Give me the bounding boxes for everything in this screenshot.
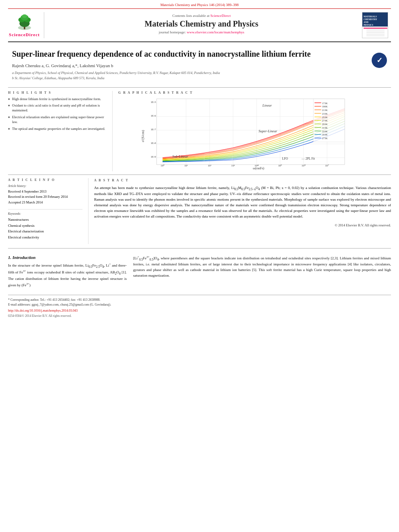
doi-link-anchor[interactable]: http://dx.doi.org/10.1016/j.matchemphys.… <box>8 309 78 312</box>
introduction-section: 1. Introduction In the structure of the … <box>8 253 391 291</box>
graphical-abstract-label: G R A P H I C A L A B S T R A C T <box>118 91 391 94</box>
svg-text:1E-5: 1E-5 <box>150 100 156 103</box>
affiliation-a: a Department of Physics, School of Physi… <box>12 70 368 76</box>
intro-left-text: In the structure of the inverse spinel l… <box>8 262 127 288</box>
journal-header: ScienceDirect Contents lists available a… <box>8 9 391 42</box>
svg-text:273K: 273K <box>322 137 327 140</box>
graphical-abstract-section: G R A P H I C A L A B S T R A C T σ'(S/c… <box>113 91 391 171</box>
intro-right-text: [Li+0.5Fe3+0.5]O4, where parentheses and… <box>133 255 391 279</box>
svg-text:10⁰: 10⁰ <box>160 164 165 167</box>
svg-text:293K: 293K <box>322 123 327 125</box>
svg-text:2PL Fit: 2PL Fit <box>306 156 315 160</box>
exhibited-word: exhibited <box>151 209 165 213</box>
sciencedirect-link[interactable]: ScienceDirect <box>210 14 230 18</box>
svg-text:σ'(S/cm): σ'(S/cm) <box>141 130 145 142</box>
keyword-1: Nanostructures <box>8 217 82 222</box>
svg-rect-13 <box>364 28 387 29</box>
journal-homepage: journal homepage: www.elsevier.com/locat… <box>52 30 351 34</box>
svg-text:MATERIALS: MATERIALS <box>364 15 377 18</box>
intro-heading: 1. Introduction <box>8 255 127 260</box>
journal-logo-box: MATERIALSCHEMISTRYANDPHYSICS MATERIALS C… <box>362 12 388 38</box>
journal-citation-link[interactable]: Materials Chemistry and Physics 146 (201… <box>160 3 239 7</box>
svg-text:1E-7: 1E-7 <box>150 127 156 130</box>
journal-citation: Materials Chemistry and Physics 146 (201… <box>8 0 391 9</box>
highlights-label: H I G H L I G H T S <box>8 91 107 94</box>
affiliation-b: b St. Aloysius' College, Edathua, Alappu… <box>12 76 368 81</box>
svg-text:1E-6: 1E-6 <box>150 114 156 117</box>
highlight-item-3: Electrical relaxation studies are explai… <box>8 115 107 125</box>
keywords-list: Nanostructures Chemical synthesis Electr… <box>8 217 82 240</box>
elsevier-tree-icon <box>12 13 37 31</box>
svg-text:253K: 253K <box>322 115 327 118</box>
article-history-title: Article history: <box>8 184 82 188</box>
authors-line: Rajesh Cheruku a, G. Govindaraj a,*, Lak… <box>12 63 368 68</box>
journal-title: Materials Chemistry and Physics <box>52 19 351 29</box>
intro-left-col: 1. Introduction In the structure of the … <box>8 255 127 288</box>
article-title-section: Super-linear frequency dependence of ac … <box>12 49 387 84</box>
svg-point-6 <box>22 14 27 18</box>
svg-text:—: — <box>301 156 305 160</box>
svg-text:PHYSICS: PHYSICS <box>364 24 373 26</box>
highlight-item-4: The optical and magnetic properties of t… <box>8 127 107 131</box>
journal-center: Contents lists available at ScienceDirec… <box>44 12 359 38</box>
article-info-section: A R T I C L E I N F O Article history: R… <box>8 178 88 244</box>
sciencedirect-text: Contents lists available at ScienceDirec… <box>52 14 351 18</box>
svg-text:353K: 353K <box>322 133 327 136</box>
svg-text:CHEMISTRY: CHEMISTRY <box>364 18 377 21</box>
highlight-item-2: Oxidant to citric acid ratio is fixed at… <box>8 103 107 113</box>
article-title: Super-linear frequency dependence of ac … <box>12 49 368 59</box>
svg-text:173K: 173K <box>322 101 327 104</box>
journal-logo-right: MATERIALSCHEMISTRYANDPHYSICS MATERIALS C… <box>359 12 391 38</box>
abstract-label: A B S T R A C T <box>94 178 391 183</box>
revised-date: Received in revised form 20 February 201… <box>8 194 82 200</box>
highlight-item-1: High dense lithium ferrite is synthesize… <box>8 97 107 102</box>
keyword-4: Electrical conductivity <box>8 234 82 240</box>
svg-text:1E-8: 1E-8 <box>150 141 156 144</box>
svg-text:273K: 273K <box>322 119 327 122</box>
section-divider <box>8 248 391 249</box>
article-history-block: Article history: Received 4 September 20… <box>8 184 82 205</box>
homepage-link[interactable]: www.elsevier.com/locate/matchemphys <box>187 30 244 34</box>
received-date: Received 4 September 2013 <box>8 189 82 195</box>
svg-text:313K: 313K <box>322 126 327 129</box>
svg-text:Super-Linear: Super-Linear <box>259 129 278 133</box>
journal-logo-icon: MATERIALS CHEMISTRY AND PHYSICS <box>362 12 388 38</box>
highlights-graphical-section: H I G H L I G H T S High dense lithium f… <box>8 87 391 171</box>
svg-text:190K: 190K <box>322 105 327 108</box>
highlights-section: H I G H L I G H T S High dense lithium f… <box>8 91 113 171</box>
intro-right-col: [Li+0.5Fe3+0.5]O4, where parentheses and… <box>133 255 391 288</box>
issn-copyright: 0254-0584/© 2014 Elsevier B.V. All right… <box>8 314 391 318</box>
article-info-label: A R T I C L E I N F O <box>8 178 82 182</box>
article-info-abstract-section: A R T I C L E I N F O Article history: R… <box>8 175 391 244</box>
article-date-list: Received 4 September 2013 Received in re… <box>8 189 82 205</box>
svg-text:Linear: Linear <box>262 103 272 107</box>
svg-text:LFO: LFO <box>282 156 288 160</box>
doi-link[interactable]: http://dx.doi.org/10.1016/j.matchemphys.… <box>8 309 391 312</box>
graphical-abstract-chart: σ'(S/cm) ω(rad/s) 1E-5 1E-6 1E-7 1E-8 1E… <box>118 97 391 171</box>
svg-text:213K: 213K <box>322 109 327 111</box>
abstract-text: An attempt has been made to synthesize n… <box>94 185 391 220</box>
keywords-block: Keywords: Nanostructures Chemical synthe… <box>8 212 82 240</box>
svg-text:333K: 333K <box>322 129 327 132</box>
email-addresses: E-mail addresses: ggraj_7@yahoo.com, chu… <box>8 302 391 307</box>
keyword-2: Chemical synthesis <box>8 223 82 228</box>
highlights-list: High dense lithium ferrite is synthesize… <box>8 97 107 131</box>
svg-text:1E-9: 1E-9 <box>150 155 156 158</box>
elsevier-label: ScienceDirect <box>9 32 40 37</box>
keyword-3: Electrical characterization <box>8 228 82 234</box>
svg-text:233K: 233K <box>322 112 327 115</box>
accepted-date: Accepted 23 March 2014 <box>8 200 82 205</box>
footnote-section: * Corresponding author. Tel.: +91 413 26… <box>8 295 391 307</box>
conductivity-chart: σ'(S/cm) ω(rad/s) 1E-5 1E-6 1E-7 1E-8 1E… <box>118 97 391 171</box>
svg-text:Sub-Linear: Sub-Linear <box>173 154 189 158</box>
keywords-title: Keywords: <box>8 212 82 216</box>
svg-text:AND: AND <box>364 21 368 23</box>
abstract-copyright: © 2014 Elsevier B.V. All rights reserved… <box>94 223 391 228</box>
corresponding-author: * Corresponding author. Tel.: +91 413 26… <box>8 298 391 302</box>
abstract-section: A B S T R A C T An attempt has been made… <box>88 178 391 244</box>
crossmark-icon: ✓ <box>372 53 387 68</box>
elsevier-logo: ScienceDirect <box>8 12 44 38</box>
